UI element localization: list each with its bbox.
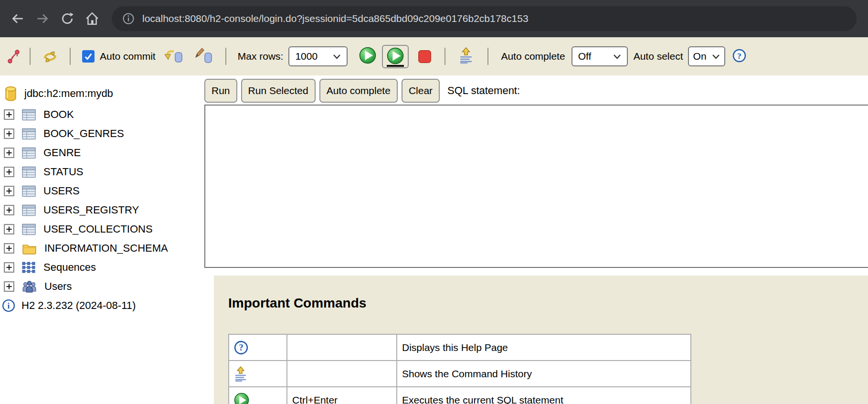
expand-plus-icon[interactable] <box>4 243 14 254</box>
tree-item[interactable]: USERS_REGISTRY <box>0 201 201 220</box>
history-icon[interactable] <box>459 47 473 66</box>
expand-plus-icon[interactable] <box>4 262 14 273</box>
expand-plus-icon[interactable] <box>4 148 14 158</box>
h2-toolbar: Auto commit Max rows: 1000 Auto complete <box>0 37 868 75</box>
history-icon <box>234 366 247 382</box>
tree-item[interactable]: INFORMATION_SCHEMA <box>0 239 201 258</box>
table-icon <box>22 204 36 216</box>
tree-item-label[interactable]: USERS_REGISTRY <box>43 204 139 216</box>
auto-complete-button[interactable]: Auto complete <box>319 79 398 103</box>
tree-item[interactable]: Sequences <box>0 258 201 277</box>
expand-plus-icon[interactable] <box>4 167 14 177</box>
database-icon <box>5 86 17 101</box>
auto-select-value: On <box>693 51 707 62</box>
help-row-icon-cell <box>229 387 287 404</box>
tree-item[interactable]: BOOK <box>0 105 201 124</box>
tree-item-label[interactable]: Sequences <box>43 261 96 274</box>
sequences-icon <box>22 262 36 274</box>
sql-statement-input[interactable] <box>204 105 868 268</box>
tree-item[interactable]: USER_COLLECTIONS <box>0 220 201 239</box>
auto-select-label: Auto select <box>634 51 683 62</box>
home-icon[interactable] <box>81 8 103 30</box>
tree-item-label[interactable]: STATUS <box>43 166 84 178</box>
auto-complete-value: Off <box>578 51 592 62</box>
tree-item-label[interactable]: Users <box>44 280 72 293</box>
expand-plus-icon[interactable] <box>4 205 14 215</box>
expand-plus-icon[interactable] <box>4 109 14 120</box>
auto-commit-checkbox[interactable] <box>82 50 95 63</box>
run-icon <box>234 393 249 404</box>
tree-item[interactable]: BOOK_GENRES <box>0 124 201 143</box>
help-icon <box>234 340 248 355</box>
tree-item-label[interactable]: USERS <box>43 185 80 197</box>
tree-item[interactable]: Users <box>0 277 201 296</box>
version-label: H2 2.3.232 (2024-08-11) <box>21 299 136 312</box>
help-panel: Important Commands Displays this Help Pa… <box>214 276 868 404</box>
table-icon <box>22 109 36 121</box>
run-selected-underline <box>387 65 404 67</box>
checkmark-icon <box>84 52 93 61</box>
auto-complete-label: Auto complete <box>501 51 565 62</box>
run-selected-button[interactable]: Run Selected <box>241 79 316 103</box>
query-frame: Run Run Selected Auto complete Clear SQL… <box>201 75 868 404</box>
auto-commit-label: Auto commit <box>100 51 156 62</box>
expand-plus-icon[interactable] <box>4 128 14 139</box>
run-button[interactable]: Run <box>204 79 237 103</box>
refresh-icon[interactable] <box>41 48 59 65</box>
toolbar-separator <box>445 48 445 65</box>
help-row-description: Executes the current SQL statement <box>397 387 691 404</box>
help-title: Important Commands <box>228 296 868 311</box>
tree-item-label[interactable]: BOOK <box>43 108 74 121</box>
max-rows-select[interactable]: 1000 <box>288 46 348 66</box>
tree-item[interactable]: GENRE <box>0 143 201 162</box>
expand-plus-icon[interactable] <box>4 186 14 196</box>
auto-select-select[interactable]: On <box>688 46 725 66</box>
chevron-down-icon <box>613 54 621 59</box>
toolbar-separator <box>225 48 226 65</box>
max-rows-label: Max rows: <box>238 51 284 62</box>
cancel-icon[interactable] <box>418 50 431 63</box>
table-icon <box>22 128 36 140</box>
run-icon[interactable] <box>359 47 376 66</box>
tree-item-version: i H2 2.3.232 (2024-08-11) <box>0 296 201 315</box>
rollback-icon[interactable] <box>194 47 214 66</box>
auto-complete-select[interactable]: Off <box>572 46 628 66</box>
run-selected-icon[interactable] <box>382 45 409 68</box>
help-table-row: Ctrl+Enter Executes the current SQL stat… <box>229 387 691 404</box>
reload-icon[interactable] <box>56 8 78 30</box>
users-icon <box>22 280 37 293</box>
site-info-icon[interactable] <box>122 12 135 25</box>
folder-icon <box>22 243 37 255</box>
table-icon <box>22 223 36 235</box>
help-icon[interactable] <box>732 49 746 64</box>
table-icon <box>22 147 36 159</box>
address-bar[interactable]: localhost:8080/h2-console/login.do?jsess… <box>112 6 857 31</box>
tree-item-label[interactable]: INFORMATION_SCHEMA <box>44 242 168 255</box>
help-commands-table: Displays this Help Page Shows the Comman… <box>228 334 691 404</box>
info-icon: i <box>2 299 15 312</box>
tree-item-label[interactable]: jdbc:h2:mem:mydb <box>24 87 113 100</box>
tree-item[interactable]: USERS <box>0 181 201 201</box>
chevron-down-icon <box>333 54 341 59</box>
commit-icon[interactable] <box>163 47 183 65</box>
expand-plus-icon[interactable] <box>4 224 14 234</box>
sql-statement-label: SQL statement: <box>447 85 520 97</box>
help-row-shortcut: Ctrl+Enter <box>287 387 397 404</box>
help-row-icon-cell <box>229 334 287 361</box>
back-icon[interactable] <box>7 8 29 30</box>
clear-button[interactable]: Clear <box>402 79 440 103</box>
tree-item-connection[interactable]: jdbc:h2:mem:mydb <box>0 82 201 105</box>
toolbar-separator <box>70 48 71 65</box>
tree-item-label[interactable]: GENRE <box>43 147 81 159</box>
url-text[interactable]: localhost:8080/h2-console/login.do?jsess… <box>142 13 529 24</box>
svg-text:i: i <box>8 301 10 310</box>
tree-item-label[interactable]: BOOK_GENRES <box>43 128 124 140</box>
query-button-row: Run Run Selected Auto complete Clear SQL… <box>204 79 868 103</box>
chevron-down-icon <box>712 54 720 59</box>
forward-icon[interactable] <box>32 8 53 30</box>
expand-plus-icon[interactable] <box>4 281 14 292</box>
tree-item-label[interactable]: USER_COLLECTIONS <box>43 223 153 235</box>
disconnect-icon[interactable] <box>7 48 22 64</box>
tree-item[interactable]: STATUS <box>0 162 201 181</box>
help-row-icon-cell <box>229 361 287 387</box>
